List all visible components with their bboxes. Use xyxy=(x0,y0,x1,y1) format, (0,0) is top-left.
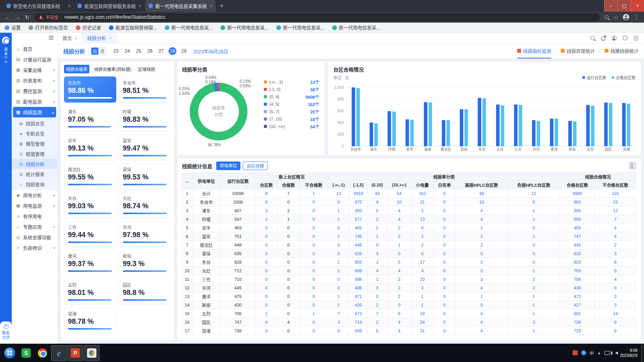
cell[interactable]: 9 xyxy=(595,266,636,275)
cell[interactable]: 4 xyxy=(387,318,411,327)
cell[interactable]: 0 xyxy=(255,327,278,335)
cell[interactable]: 4 xyxy=(455,206,508,215)
cell[interactable]: 1 xyxy=(508,206,560,215)
cell[interactable]: 3 xyxy=(455,258,508,266)
cell[interactable]: 6 xyxy=(387,309,411,318)
avatar-icon[interactable] xyxy=(612,35,617,41)
cell[interactable]: 4 xyxy=(367,266,387,275)
table-row[interactable]: 8梁垛63500006263060006323 xyxy=(182,249,636,258)
cell[interactable]: 3 xyxy=(455,266,508,275)
cell[interactable]: 1 xyxy=(367,258,387,266)
bookmark-item[interactable]: 新一代用电信息采... xyxy=(165,24,213,31)
table-row[interactable]: 11三仓710000068612200327064 xyxy=(182,275,636,284)
cell[interactable]: 2 xyxy=(367,318,387,327)
cell[interactable]: 0 xyxy=(328,241,349,249)
cell[interactable]: 12 xyxy=(508,189,560,198)
cell[interactable]: 703 xyxy=(560,266,595,275)
close-button[interactable]: × xyxy=(631,0,644,12)
table-row[interactable]: 6富安75100017451220217474 xyxy=(182,232,636,241)
cell[interactable]: 4 xyxy=(455,309,508,318)
cell[interactable]: 1 xyxy=(367,232,387,241)
cell[interactable]: 3 xyxy=(455,275,508,284)
sidebar-item-collect[interactable]: ▦采集运维▾ xyxy=(12,65,57,75)
cell[interactable]: 0 xyxy=(299,301,328,309)
rate-card[interactable]: 五烈98.01 % xyxy=(64,279,116,305)
table-row[interactable]: 17弶港738000069854310417299 xyxy=(182,327,636,335)
bar-group[interactable] xyxy=(563,83,581,146)
rate-card[interactable]: 时堰98.83 % xyxy=(119,105,171,131)
new-tab-button[interactable]: + xyxy=(216,0,227,12)
cell[interactable]: 115 xyxy=(595,189,636,198)
maximize-button[interactable]: ▢ xyxy=(617,0,631,12)
cell[interactable]: 686 xyxy=(349,275,368,284)
bar-group[interactable] xyxy=(581,83,599,146)
sidebar-item-orderly[interactable]: ≡有序用电 xyxy=(12,211,57,222)
period-month-button[interactable]: 月 xyxy=(99,48,106,55)
table-scope-toggle[interactable]: 台区经理 xyxy=(243,161,268,170)
cell[interactable]: 0 xyxy=(299,241,328,249)
cell[interactable]: 0 xyxy=(299,198,328,206)
cell[interactable]: 1 xyxy=(299,189,328,198)
cell[interactable]: 0 xyxy=(433,249,455,258)
cell[interactable]: 455 xyxy=(349,224,368,232)
bar-group[interactable] xyxy=(455,83,473,146)
rate-card[interactable]: 溱东97.05 % xyxy=(64,105,116,131)
view-tab-2[interactable]: 线损异常统计 xyxy=(561,44,595,59)
cell[interactable]: 1 xyxy=(508,266,560,275)
cell[interactable]: 3 xyxy=(508,318,560,327)
cell[interactable]: 1 xyxy=(387,241,411,249)
table-row[interactable]: 4时堰597110157724130415907 xyxy=(182,215,636,224)
bookmark-item[interactable]: 设置 xyxy=(5,24,21,31)
cell[interactable]: 9818 xyxy=(349,189,368,198)
cell[interactable]: 0 xyxy=(433,327,455,335)
sidebar-item-system[interactable]: ◎系统支撑功能 xyxy=(12,232,57,243)
cell[interactable]: 0 xyxy=(255,241,278,249)
cell[interactable]: 1 xyxy=(255,309,278,318)
table-row[interactable]: 5安丰45900004552200204554 xyxy=(182,224,636,232)
column-header[interactable]: 白名单 xyxy=(433,181,455,189)
cell[interactable]: 0 xyxy=(299,232,328,241)
tab-close-icon[interactable]: × xyxy=(210,3,213,9)
browser-menu-icon[interactable]: ⋮ xyxy=(634,14,639,20)
cell[interactable]: 0 xyxy=(411,224,434,232)
cell[interactable]: 745 xyxy=(349,232,368,241)
bookmark-item[interactable]: 新一代用电信息采... xyxy=(332,24,380,31)
cell[interactable]: 426 xyxy=(349,301,368,309)
tray-display-icon[interactable] xyxy=(605,351,610,355)
bar-group[interactable] xyxy=(473,83,491,146)
cell[interactable]: 1 xyxy=(328,206,349,215)
cell[interactable]: 4 xyxy=(595,232,636,241)
cell[interactable]: 4 xyxy=(455,318,508,327)
cell[interactable]: 0 xyxy=(508,249,560,258)
cell[interactable]: 626 xyxy=(349,249,368,258)
cell[interactable]: 2 xyxy=(455,232,508,241)
cell[interactable]: 1 xyxy=(328,292,349,301)
legend-item[interactable]: (5, 7]25个 xyxy=(264,108,319,115)
cell[interactable]: 714 xyxy=(349,318,368,327)
cell[interactable]: 590 xyxy=(560,215,595,224)
legend-item[interactable]: [-1, 0)58个 xyxy=(264,85,319,93)
cell[interactable]: 2 xyxy=(455,241,508,249)
cell[interactable]: 0 xyxy=(328,284,349,292)
bar-group[interactable] xyxy=(347,83,365,146)
cell[interactable]: 8 xyxy=(595,258,636,266)
cell[interactable]: 2 xyxy=(255,206,278,215)
cell[interactable]: 0 xyxy=(433,301,455,309)
cell[interactable]: 0 xyxy=(433,206,455,215)
cell[interactable]: 4 xyxy=(595,224,636,232)
cell[interactable]: 3 xyxy=(595,249,636,258)
period-day-button[interactable]: 日 xyxy=(91,48,98,55)
cell[interactable]: 803 xyxy=(349,258,368,266)
taskbar-clock[interactable]: 9:08 2023/8/29 xyxy=(620,348,638,358)
cell[interactable]: 9 xyxy=(595,318,636,327)
cell[interactable]: 2 xyxy=(508,275,560,284)
cell[interactable]: 4 xyxy=(455,327,508,335)
cell[interactable]: 2 xyxy=(367,215,387,224)
sidebar-subitem[interactable]: ▥统计报表 xyxy=(12,169,57,179)
legend-item[interactable]: 合格台区数 xyxy=(612,75,635,80)
table-row[interactable]: 1合计100968711398184354162048129980115 xyxy=(182,189,636,198)
cell[interactable]: 7 xyxy=(328,309,349,318)
cell[interactable]: 3 xyxy=(595,292,636,301)
cell[interactable]: 455 xyxy=(560,224,595,232)
sidebar-item-loss[interactable]: ▩线损监测▴ xyxy=(13,107,56,117)
